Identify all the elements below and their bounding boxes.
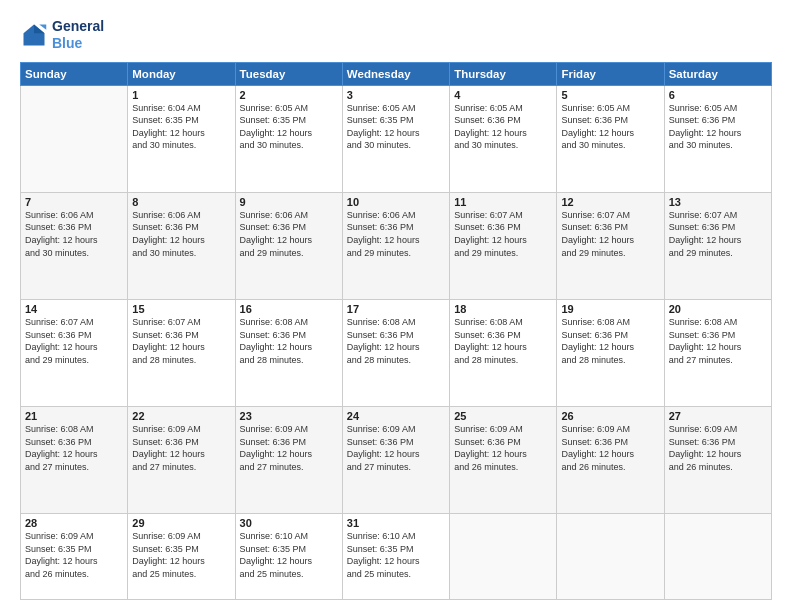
weekday-saturday: Saturday <box>664 62 771 85</box>
day-number: 9 <box>240 196 338 208</box>
day-detail: Sunrise: 6:09 AM Sunset: 6:36 PM Dayligh… <box>669 423 767 473</box>
day-detail: Sunrise: 6:07 AM Sunset: 6:36 PM Dayligh… <box>25 316 123 366</box>
calendar-week-3: 14Sunrise: 6:07 AM Sunset: 6:36 PM Dayli… <box>21 299 772 406</box>
day-detail: Sunrise: 6:07 AM Sunset: 6:36 PM Dayligh… <box>561 209 659 259</box>
calendar-cell: 30Sunrise: 6:10 AM Sunset: 6:35 PM Dayli… <box>235 514 342 600</box>
day-detail: Sunrise: 6:09 AM Sunset: 6:36 PM Dayligh… <box>347 423 445 473</box>
day-detail: Sunrise: 6:05 AM Sunset: 6:35 PM Dayligh… <box>240 102 338 152</box>
calendar-cell: 31Sunrise: 6:10 AM Sunset: 6:35 PM Dayli… <box>342 514 449 600</box>
day-detail: Sunrise: 6:05 AM Sunset: 6:36 PM Dayligh… <box>454 102 552 152</box>
day-number: 28 <box>25 517 123 529</box>
day-detail: Sunrise: 6:05 AM Sunset: 6:35 PM Dayligh… <box>347 102 445 152</box>
day-detail: Sunrise: 6:05 AM Sunset: 6:36 PM Dayligh… <box>561 102 659 152</box>
calendar-cell: 12Sunrise: 6:07 AM Sunset: 6:36 PM Dayli… <box>557 192 664 299</box>
day-number: 12 <box>561 196 659 208</box>
calendar-cell: 4Sunrise: 6:05 AM Sunset: 6:36 PM Daylig… <box>450 85 557 192</box>
day-detail: Sunrise: 6:06 AM Sunset: 6:36 PM Dayligh… <box>240 209 338 259</box>
day-detail: Sunrise: 6:07 AM Sunset: 6:36 PM Dayligh… <box>454 209 552 259</box>
calendar-cell: 25Sunrise: 6:09 AM Sunset: 6:36 PM Dayli… <box>450 407 557 514</box>
day-number: 30 <box>240 517 338 529</box>
calendar-cell: 10Sunrise: 6:06 AM Sunset: 6:36 PM Dayli… <box>342 192 449 299</box>
calendar-week-4: 21Sunrise: 6:08 AM Sunset: 6:36 PM Dayli… <box>21 407 772 514</box>
calendar-cell: 6Sunrise: 6:05 AM Sunset: 6:36 PM Daylig… <box>664 85 771 192</box>
day-detail: Sunrise: 6:08 AM Sunset: 6:36 PM Dayligh… <box>240 316 338 366</box>
day-detail: Sunrise: 6:08 AM Sunset: 6:36 PM Dayligh… <box>561 316 659 366</box>
calendar-cell: 13Sunrise: 6:07 AM Sunset: 6:36 PM Dayli… <box>664 192 771 299</box>
day-detail: Sunrise: 6:05 AM Sunset: 6:36 PM Dayligh… <box>669 102 767 152</box>
day-number: 4 <box>454 89 552 101</box>
day-number: 6 <box>669 89 767 101</box>
header: General Blue <box>20 18 772 52</box>
calendar-cell: 8Sunrise: 6:06 AM Sunset: 6:36 PM Daylig… <box>128 192 235 299</box>
calendar-body: 1Sunrise: 6:04 AM Sunset: 6:35 PM Daylig… <box>21 85 772 599</box>
weekday-monday: Monday <box>128 62 235 85</box>
day-number: 2 <box>240 89 338 101</box>
day-number: 10 <box>347 196 445 208</box>
day-detail: Sunrise: 6:04 AM Sunset: 6:35 PM Dayligh… <box>132 102 230 152</box>
calendar-cell: 3Sunrise: 6:05 AM Sunset: 6:35 PM Daylig… <box>342 85 449 192</box>
day-number: 3 <box>347 89 445 101</box>
calendar-table: SundayMondayTuesdayWednesdayThursdayFrid… <box>20 62 772 600</box>
day-number: 26 <box>561 410 659 422</box>
weekday-tuesday: Tuesday <box>235 62 342 85</box>
day-number: 18 <box>454 303 552 315</box>
calendar-cell <box>557 514 664 600</box>
day-number: 17 <box>347 303 445 315</box>
calendar-cell: 27Sunrise: 6:09 AM Sunset: 6:36 PM Dayli… <box>664 407 771 514</box>
calendar-cell: 16Sunrise: 6:08 AM Sunset: 6:36 PM Dayli… <box>235 299 342 406</box>
calendar-week-5: 28Sunrise: 6:09 AM Sunset: 6:35 PM Dayli… <box>21 514 772 600</box>
calendar-cell: 5Sunrise: 6:05 AM Sunset: 6:36 PM Daylig… <box>557 85 664 192</box>
calendar-cell: 26Sunrise: 6:09 AM Sunset: 6:36 PM Dayli… <box>557 407 664 514</box>
logo-text: General Blue <box>52 18 104 52</box>
day-detail: Sunrise: 6:09 AM Sunset: 6:36 PM Dayligh… <box>561 423 659 473</box>
day-detail: Sunrise: 6:06 AM Sunset: 6:36 PM Dayligh… <box>25 209 123 259</box>
day-number: 5 <box>561 89 659 101</box>
calendar-cell: 14Sunrise: 6:07 AM Sunset: 6:36 PM Dayli… <box>21 299 128 406</box>
day-number: 27 <box>669 410 767 422</box>
day-number: 24 <box>347 410 445 422</box>
weekday-header-row: SundayMondayTuesdayWednesdayThursdayFrid… <box>21 62 772 85</box>
day-number: 20 <box>669 303 767 315</box>
day-detail: Sunrise: 6:08 AM Sunset: 6:36 PM Dayligh… <box>669 316 767 366</box>
day-number: 1 <box>132 89 230 101</box>
day-number: 19 <box>561 303 659 315</box>
day-detail: Sunrise: 6:07 AM Sunset: 6:36 PM Dayligh… <box>669 209 767 259</box>
calendar-cell <box>664 514 771 600</box>
day-detail: Sunrise: 6:09 AM Sunset: 6:36 PM Dayligh… <box>132 423 230 473</box>
day-number: 23 <box>240 410 338 422</box>
day-detail: Sunrise: 6:07 AM Sunset: 6:36 PM Dayligh… <box>132 316 230 366</box>
logo-icon <box>20 21 48 49</box>
weekday-wednesday: Wednesday <box>342 62 449 85</box>
day-detail: Sunrise: 6:10 AM Sunset: 6:35 PM Dayligh… <box>347 530 445 580</box>
calendar-cell: 18Sunrise: 6:08 AM Sunset: 6:36 PM Dayli… <box>450 299 557 406</box>
day-detail: Sunrise: 6:06 AM Sunset: 6:36 PM Dayligh… <box>132 209 230 259</box>
day-detail: Sunrise: 6:09 AM Sunset: 6:36 PM Dayligh… <box>454 423 552 473</box>
day-number: 14 <box>25 303 123 315</box>
day-number: 13 <box>669 196 767 208</box>
calendar-cell: 9Sunrise: 6:06 AM Sunset: 6:36 PM Daylig… <box>235 192 342 299</box>
calendar-cell: 21Sunrise: 6:08 AM Sunset: 6:36 PM Dayli… <box>21 407 128 514</box>
calendar-cell: 19Sunrise: 6:08 AM Sunset: 6:36 PM Dayli… <box>557 299 664 406</box>
weekday-sunday: Sunday <box>21 62 128 85</box>
weekday-thursday: Thursday <box>450 62 557 85</box>
day-detail: Sunrise: 6:09 AM Sunset: 6:35 PM Dayligh… <box>25 530 123 580</box>
calendar-cell: 24Sunrise: 6:09 AM Sunset: 6:36 PM Dayli… <box>342 407 449 514</box>
day-number: 22 <box>132 410 230 422</box>
calendar-week-1: 1Sunrise: 6:04 AM Sunset: 6:35 PM Daylig… <box>21 85 772 192</box>
day-detail: Sunrise: 6:08 AM Sunset: 6:36 PM Dayligh… <box>454 316 552 366</box>
logo: General Blue <box>20 18 104 52</box>
day-detail: Sunrise: 6:06 AM Sunset: 6:36 PM Dayligh… <box>347 209 445 259</box>
day-detail: Sunrise: 6:10 AM Sunset: 6:35 PM Dayligh… <box>240 530 338 580</box>
page: General Blue SundayMondayTuesdayWednesda… <box>0 0 792 612</box>
calendar-cell: 15Sunrise: 6:07 AM Sunset: 6:36 PM Dayli… <box>128 299 235 406</box>
calendar-week-2: 7Sunrise: 6:06 AM Sunset: 6:36 PM Daylig… <box>21 192 772 299</box>
day-number: 31 <box>347 517 445 529</box>
day-number: 21 <box>25 410 123 422</box>
day-number: 25 <box>454 410 552 422</box>
day-detail: Sunrise: 6:09 AM Sunset: 6:36 PM Dayligh… <box>240 423 338 473</box>
weekday-friday: Friday <box>557 62 664 85</box>
day-number: 15 <box>132 303 230 315</box>
calendar-cell: 28Sunrise: 6:09 AM Sunset: 6:35 PM Dayli… <box>21 514 128 600</box>
day-number: 29 <box>132 517 230 529</box>
day-number: 7 <box>25 196 123 208</box>
